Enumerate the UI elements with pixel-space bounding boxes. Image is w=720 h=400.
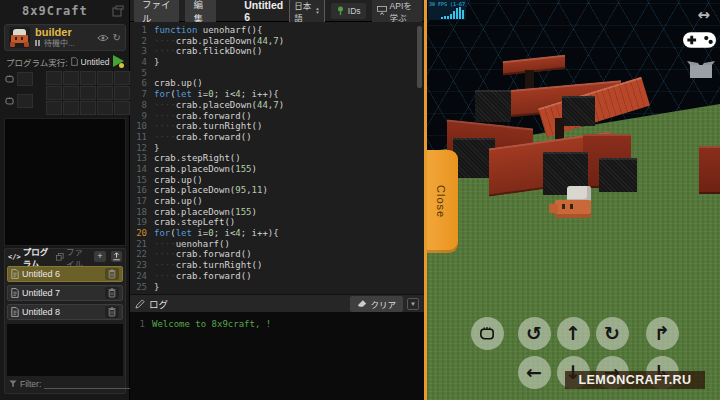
inventory-slot[interactable] <box>80 101 96 115</box>
game-block <box>699 146 720 194</box>
file-list-empty-area <box>7 324 123 376</box>
eye-icon[interactable] <box>97 34 109 42</box>
inventory-slot[interactable] <box>46 71 62 85</box>
inventory-slot[interactable] <box>63 86 79 100</box>
program-list-panel: </> プログラム ファイル + Untitled 6Untitled 7Unt… <box>4 248 126 394</box>
language-select[interactable]: 日本語 ▲▼ <box>289 0 325 25</box>
list-header: </> プログラム ファイル + <box>5 249 125 264</box>
log-entry: 1Welcome to 8x9craft, ! <box>130 319 424 330</box>
line-number: 21 <box>130 239 154 250</box>
inventory-grid <box>46 71 130 115</box>
code-text: ····crab.turnRight() <box>154 121 262 132</box>
code-line: 9····crab.forward() <box>130 111 424 122</box>
hand-slot[interactable] <box>17 72 33 86</box>
copy-icon <box>56 253 64 261</box>
fps-histogram <box>441 7 464 19</box>
code-line: 20for(let i=0; i<4; i++){ <box>130 228 424 239</box>
inventory-slot[interactable] <box>80 71 96 85</box>
line-number: 24 <box>130 271 154 282</box>
file-list: Untitled 6Untitled 7Untitled 8 <box>5 264 125 323</box>
run-label: プログラム実行: <box>6 56 68 68</box>
line-number: 11 <box>130 132 154 143</box>
file-item[interactable]: Untitled 8 <box>7 304 123 320</box>
filter-bar: Filter: × <box>5 377 125 393</box>
hand-slot[interactable] <box>17 94 33 108</box>
delete-file-button[interactable] <box>105 268 119 280</box>
code-line: 19crab.stepLeft() <box>130 217 424 228</box>
file-name: Untitled 8 <box>22 307 102 317</box>
log-line-number: 1 <box>130 319 152 330</box>
box-icon[interactable] <box>686 58 716 82</box>
inventory-slot[interactable] <box>46 86 62 100</box>
popout-icon[interactable] <box>112 5 124 17</box>
line-number: 3 <box>130 46 154 57</box>
code-text: crab.stepRight() <box>154 153 241 164</box>
editor-scrollbar[interactable] <box>417 26 422 88</box>
code-text: crab.up() <box>154 175 203 186</box>
clear-log-button[interactable]: クリア <box>350 296 403 312</box>
fps-badge: 30 FPS (1-67) <box>428 0 466 20</box>
add-file-button[interactable]: + <box>94 251 105 262</box>
pan-hand-button[interactable] <box>471 317 504 350</box>
line-number: 5 <box>130 68 154 79</box>
sidebar: 8x9Craft builder 待機中... <box>0 0 130 400</box>
code-line: 7for(let i=0; i<4; i++){ <box>130 89 424 100</box>
log-title: ログ <box>149 297 168 311</box>
hand-icon <box>4 96 15 106</box>
delete-file-button[interactable] <box>105 287 119 299</box>
inventory-slot[interactable] <box>97 101 113 115</box>
code-line: 8····crab.placeDown(44,7) <box>130 100 424 111</box>
sapling-icon <box>336 6 345 16</box>
gamepad-icon[interactable] <box>683 30 716 50</box>
code-text: ····crab.forward() <box>154 111 252 122</box>
run-play-button[interactable] <box>113 55 124 68</box>
line-number: 8 <box>130 100 154 111</box>
inventory-slot[interactable] <box>80 86 96 100</box>
code-line: 18crab.placeDown(155) <box>130 207 424 218</box>
refresh-icon[interactable]: ↻ <box>113 33 121 43</box>
move-up-button[interactable]: ↑ <box>557 317 590 350</box>
inventory-slot[interactable] <box>114 101 130 115</box>
logo-bar: 8x9Craft <box>0 0 130 22</box>
character-name: builder <box>35 27 97 37</box>
run-file-name: Untitled 6 <box>81 57 110 67</box>
code-line: 10····crab.turnRight() <box>130 121 424 132</box>
fps-text: 30 FPS (1-67) <box>428 0 466 7</box>
code-text: ····crab.placeDown(44,7) <box>154 36 284 47</box>
delete-file-button[interactable] <box>105 306 119 318</box>
inventory-slot[interactable] <box>63 71 79 85</box>
hand-icon <box>4 74 15 84</box>
inventory-slot[interactable] <box>46 101 62 115</box>
line-number: 15 <box>130 175 154 186</box>
menubar: ファイル 編集 Untitled 6 日本語 ▲▼ IDs APIを学ぶ <box>130 0 424 22</box>
ids-button[interactable]: IDs <box>331 3 366 19</box>
game-block <box>562 96 595 126</box>
inventory-slot[interactable] <box>97 86 113 100</box>
rotate-ccw-button[interactable]: ↺ <box>518 317 551 350</box>
code-text: } <box>154 57 159 68</box>
inventory-slot[interactable] <box>97 71 113 85</box>
line-number: 20 <box>130 228 154 239</box>
rotate-cw-button[interactable]: ↻ <box>596 317 629 350</box>
resize-arrows-icon[interactable]: ↔ <box>697 6 710 24</box>
upload-button[interactable] <box>111 251 122 262</box>
game-viewport[interactable]: 30 FPS (1-67) ↔ Close ↺↑↻↱←↓→↳ LEMONCRAF… <box>427 0 720 400</box>
edit-log-icon <box>135 299 145 309</box>
game-block <box>475 90 511 122</box>
log-output: 1Welcome to 8x9craft, ! <box>130 312 424 400</box>
inventory-slot[interactable] <box>114 71 130 85</box>
file-item[interactable]: Untitled 7 <box>7 285 123 301</box>
inventory-slot[interactable] <box>114 86 130 100</box>
close-drawer-tab[interactable]: Close <box>427 150 458 253</box>
code-text: ····crab.forward() <box>154 132 252 143</box>
move-left-button[interactable]: ← <box>518 356 551 389</box>
code-text: ····uenoharf() <box>154 239 230 250</box>
turn-up-button[interactable]: ↱ <box>646 317 679 350</box>
code-text: crab.placeDown(155) <box>154 207 257 218</box>
inventory-slot[interactable] <box>63 101 79 115</box>
file-item[interactable]: Untitled 6 <box>7 266 123 282</box>
line-number: 7 <box>130 89 154 100</box>
log-collapse-button[interactable]: ▾ <box>407 298 419 310</box>
code-text: crab.placeDown(155) <box>154 164 257 175</box>
code-editor[interactable]: 1function uenoharf(){2····crab.placeDown… <box>130 22 424 294</box>
